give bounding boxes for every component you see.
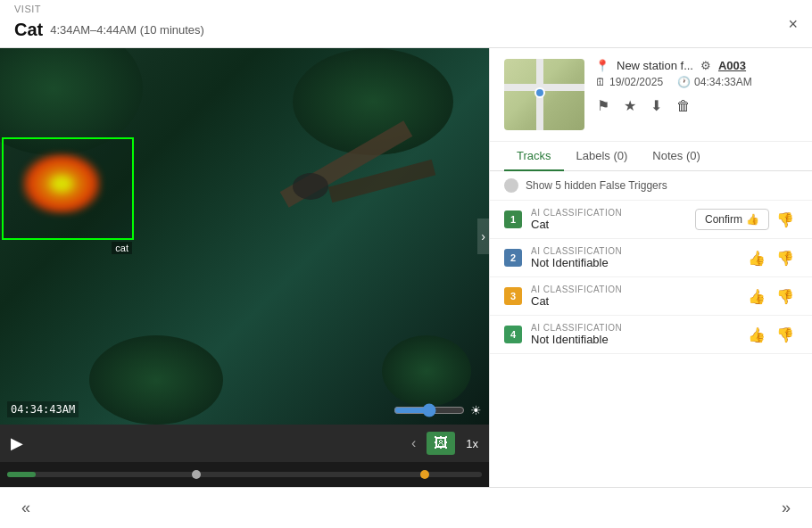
station-date: 🗓 19/02/2025 (595, 76, 663, 88)
action-icons-row: ⚑ ★ ⬇ 🗑 (595, 95, 798, 116)
video-background: cat (0, 48, 489, 425)
station-details: 📍 New station f... ⚙ A003 🗓 19/02/2025 🕐… (595, 59, 798, 130)
thumbdown-button-3[interactable]: 👎 (773, 286, 798, 307)
track-number-3: 3 (504, 287, 522, 305)
station-name: New station f... (617, 59, 693, 72)
track-number-1: 1 (504, 210, 522, 228)
station-info-section: 📍 New station f... ⚙ A003 🗓 19/02/2025 🕐… (490, 48, 812, 142)
gear-icon: ⚙ (700, 59, 711, 72)
brightness-slider[interactable] (394, 403, 465, 417)
prev-button[interactable]: ‹ (411, 435, 416, 451)
track-info-2: AI CLASSIFICATION Not Identifiable (531, 246, 735, 269)
timeline-marker-1 (192, 470, 201, 479)
track-info-1: AI CLASSIFICATION Cat (531, 208, 686, 231)
bg-element (89, 335, 223, 425)
track-type-3: AI CLASSIFICATION (531, 285, 735, 294)
track-item: 3 AI CLASSIFICATION Cat 👍 👎 (490, 277, 812, 316)
brightness-icon: ☀ (470, 403, 482, 417)
modal-subtitle: 4:34AM–4:44AM (10 minutes) (50, 23, 204, 37)
track-info-3: AI CLASSIFICATION Cat (531, 285, 735, 308)
timeline-track[interactable] (7, 472, 482, 477)
modal-body: cat 04:34:43AM ☀ › ▶ ‹ (0, 48, 812, 487)
track-number-4: 4 (504, 326, 522, 343)
photo-mode-button[interactable]: 🖼 (427, 432, 455, 455)
station-name-row: 📍 New station f... ⚙ A003 (595, 59, 798, 72)
track-number-2: 2 (504, 249, 522, 267)
star-button[interactable]: ★ (622, 95, 638, 116)
track-type-2: AI CLASSIFICATION (531, 246, 735, 256)
thumbup-button-2[interactable]: 👍 (744, 248, 769, 268)
station-code: A003 (718, 59, 746, 72)
track-type-1: AI CLASSIFICATION (531, 208, 686, 218)
tab-tracks[interactable]: Tracks (504, 142, 564, 171)
track-classification-1: Cat (531, 218, 686, 231)
video-timestamp: 04:34:43AM (7, 401, 79, 417)
track-classification-2: Not Identifiable (531, 256, 735, 269)
clock-icon: 🕐 (677, 76, 691, 88)
tracks-section: Show 5 hidden False Triggers 1 AI CLASSI… (490, 171, 812, 487)
track-item: 2 AI CLASSIFICATION Not Identifiable 👍 👎 (490, 239, 812, 277)
play-button[interactable]: ▶ (11, 435, 23, 451)
track-classification-4: Not Identifiable (531, 333, 735, 346)
next-frame-arrow[interactable]: › (477, 219, 489, 254)
bottom-nav: « » (0, 487, 812, 528)
thermal-detection-box: cat (2, 137, 134, 240)
timeline-marker-2 (420, 470, 429, 479)
brightness-control: ☀ (394, 403, 482, 417)
modal-header: VISIT Cat 4:34AM–4:44AM (10 minutes) × (0, 0, 812, 48)
thumbdown-button-2[interactable]: 👎 (773, 248, 798, 268)
next-visit-button[interactable]: » (775, 495, 798, 521)
track-actions-3: 👍 👎 (744, 286, 798, 307)
speed-label: 1x (466, 437, 478, 450)
detection-label: cat (112, 242, 132, 254)
thumbdown-button-4[interactable]: 👎 (773, 325, 798, 345)
thumbdown-button-1[interactable]: 👎 (773, 210, 798, 230)
calendar-icon: 🗓 (595, 76, 606, 88)
track-item: 1 AI CLASSIFICATION Cat Confirm 👍 👎 (490, 201, 812, 239)
modal-title: Cat (14, 20, 43, 40)
visit-label: VISIT (14, 4, 41, 14)
prev-visit-button[interactable]: « (14, 495, 37, 521)
thumbup-icon: 👍 (746, 213, 759, 226)
right-panel: 📍 New station f... ⚙ A003 🗓 19/02/2025 🕐… (489, 48, 812, 487)
track-actions-1: Confirm 👍 👎 (695, 209, 798, 230)
time-value: 04:34:33AM (694, 76, 752, 88)
date-value: 19/02/2025 (609, 76, 663, 88)
track-actions-4: 👍 👎 (744, 325, 798, 345)
thumbup-button-4[interactable]: 👍 (744, 325, 769, 345)
station-meta-row: 🗓 19/02/2025 🕐 04:34:33AM (595, 76, 798, 88)
video-area: cat 04:34:43AM ☀ › (0, 48, 489, 425)
tabs-bar: Tracks Labels (0) Notes (0) (490, 142, 812, 171)
tab-notes[interactable]: Notes (0) (640, 142, 712, 171)
map-thumbnail (504, 59, 584, 130)
thermal-heat-map (21, 153, 102, 215)
false-triggers-label: Show 5 hidden False Triggers (526, 179, 667, 192)
station-time: 🕐 04:34:33AM (677, 76, 752, 88)
timeline-progress (7, 472, 36, 477)
bg-element (382, 335, 471, 407)
track-actions-2: 👍 👎 (744, 248, 798, 268)
track-type-4: AI CLASSIFICATION (531, 323, 735, 333)
track-info-4: AI CLASSIFICATION Not Identifiable (531, 323, 735, 346)
confirm-button[interactable]: Confirm 👍 (695, 209, 769, 230)
video-panel: cat 04:34:43AM ☀ › ▶ ‹ (0, 48, 489, 487)
thumbup-button-3[interactable]: 👍 (744, 286, 769, 307)
delete-button[interactable]: 🗑 (675, 95, 692, 116)
track-item: 4 AI CLASSIFICATION Not Identifiable 👍 👎 (490, 316, 812, 354)
close-button[interactable]: × (784, 12, 801, 36)
tab-labels[interactable]: Labels (0) (564, 142, 641, 171)
timeline-bar[interactable] (0, 462, 489, 487)
false-triggers-row: Show 5 hidden False Triggers (490, 171, 812, 201)
photo-icon: 🖼 (434, 435, 448, 450)
bg-animal (293, 173, 328, 200)
flag-button[interactable]: ⚑ (595, 95, 611, 116)
track-classification-3: Cat (531, 294, 735, 308)
toggle-icon (504, 178, 518, 193)
download-button[interactable]: ⬇ (649, 95, 664, 116)
location-icon: 📍 (595, 59, 609, 72)
visit-modal: VISIT Cat 4:34AM–4:44AM (10 minutes) × (0, 0, 812, 528)
video-controls-bar: ▶ ‹ 🖼 1x (0, 425, 489, 462)
